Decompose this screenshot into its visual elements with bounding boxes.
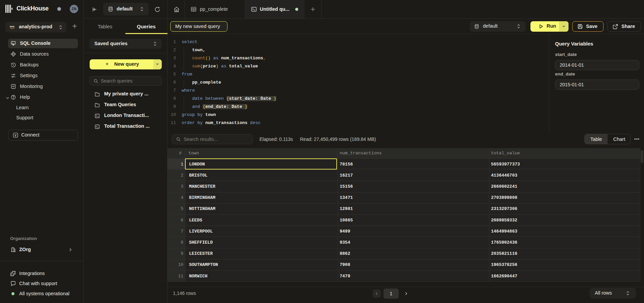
svg-text:aws: aws (10, 25, 14, 28)
